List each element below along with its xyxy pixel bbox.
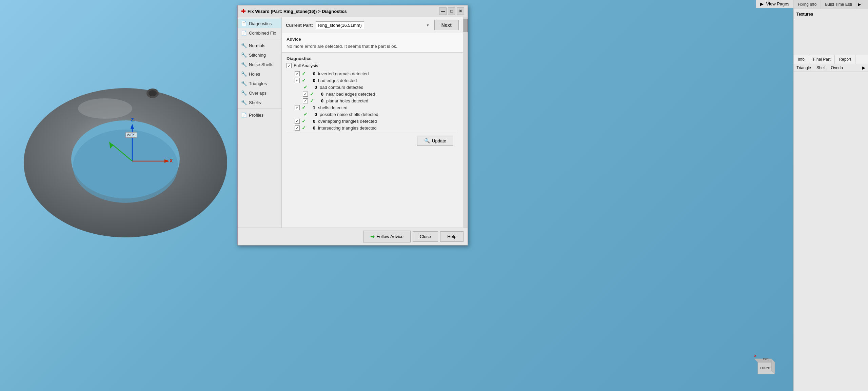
count-bad-contours: 0 (310, 85, 317, 90)
check-planar-holes: ✓ (310, 98, 314, 103)
tab-info[interactable]: Info (794, 55, 809, 64)
update-btn-row: 🔍 Update (287, 132, 458, 149)
scrollbar[interactable] (463, 17, 468, 228)
nav-item-shells[interactable]: 🔧 Shells (238, 98, 281, 107)
full-analysis-checkbox[interactable] (287, 63, 292, 68)
diag-row-noise-shells: ✓ 0 possible noise shells detected (287, 112, 458, 117)
cb-shells[interactable] (295, 105, 300, 110)
nav-divider-1 (238, 39, 281, 39)
diag-row-bad-edges: ✓ 0 bad edges detected (287, 78, 458, 83)
follow-arrow-icon: ➡ (370, 233, 375, 240)
nav-item-diagnostics[interactable]: 📄 Diagnostics (238, 19, 281, 28)
dialog-controls: — □ ✕ (439, 7, 464, 15)
update-button[interactable]: 🔍 Update (417, 136, 453, 146)
nav-item-combined-fix[interactable]: 📄 Combined Fix (238, 28, 281, 38)
minimize-button[interactable]: — (439, 7, 447, 15)
content-panel: Current Part: Ring_stone(16.51mm) Next A… (282, 17, 463, 228)
textures-label: Textures (796, 12, 865, 17)
full-analysis-row: Full Analysis (287, 63, 458, 68)
titlebar-left: ✚ Fix Wizard (Part: Ring_stone(16)) > Di… (241, 8, 347, 15)
diag-row-planar-holes: ✓ 0 planar holes detected (287, 98, 458, 103)
nav-icon-overlaps: 🔧 (241, 90, 247, 96)
check-bad-contours: ✓ (303, 84, 308, 90)
svg-text:✕: ✕ (754, 354, 756, 358)
nav-item-triangles[interactable]: 🔧 Triangles (238, 79, 281, 88)
nav-item-stitching[interactable]: 🔧 Stitching (238, 50, 281, 60)
nav-icon-normals: 🔧 (241, 43, 247, 48)
advice-section: Advice No more errors are detected. It s… (282, 33, 463, 53)
svg-text:Z: Z (131, 117, 134, 122)
col-shell: Shell (816, 65, 826, 70)
nav-cube[interactable]: TOP FRONT ✕ (753, 354, 780, 381)
advice-title: Advice (287, 37, 458, 42)
search-icon: 🔍 (424, 138, 430, 143)
plus-icon: ✚ (241, 8, 245, 15)
count-overlapping: 0 (309, 119, 315, 124)
nav-icon-shells: 🔧 (241, 100, 247, 105)
cb-inverted-normals[interactable] (295, 71, 300, 76)
desc-bad-contours: bad contours detected (320, 85, 363, 90)
nav-icon-holes: 🔧 (241, 71, 247, 77)
check-bad-edges: ✓ (302, 78, 306, 83)
cb-planar-holes[interactable] (303, 98, 308, 103)
close-button[interactable]: ✕ (457, 7, 464, 15)
diag-row-bad-contours: ✓ 0 bad contours detected (287, 84, 458, 90)
diag-row-inverted-normals: ✓ 0 inverted normals detected (287, 71, 458, 76)
nav-icon-noise-shells: 🔧 (241, 62, 247, 67)
count-planar-holes: 0 (317, 98, 323, 103)
nav-icon-stitching: 🔧 (241, 52, 247, 58)
dialog-titlebar: ✚ Fix Wizard (Part: Ring_stone(16)) > Di… (238, 5, 468, 17)
count-bad-edges: 0 (309, 78, 315, 83)
cb-intersecting[interactable] (295, 125, 300, 131)
check-noise-shells: ✓ (303, 112, 308, 117)
svg-text:FRONT: FRONT (760, 366, 771, 370)
table-headers: Triangle Shell Overla ▶ (794, 64, 868, 72)
tab-fixing-info[interactable]: Fixing Info (794, 0, 821, 9)
fix-wizard-dialog: ✚ Fix Wizard (Part: Ring_stone(16)) > Di… (237, 5, 468, 246)
right-panel-expand[interactable]: ▶ (862, 65, 865, 70)
nav-item-normals[interactable]: 🔧 Normals (238, 41, 281, 50)
close-dialog-button[interactable]: Close (413, 231, 438, 242)
check-intersecting: ✓ (302, 125, 306, 131)
ring-3d-view: Z X (10, 27, 241, 265)
nav-item-noise-shells[interactable]: 🔧 Noise Shells (238, 60, 281, 69)
follow-advice-button[interactable]: ➡ Follow Advice (363, 231, 411, 242)
full-analysis-label: Full Analysis (294, 63, 318, 68)
current-part-select[interactable]: Ring_stone(16.51mm) (316, 21, 364, 29)
next-button[interactable]: Next (434, 20, 459, 30)
tab-report[interactable]: Report (835, 55, 855, 64)
view-pages-label: View Pages (766, 1, 789, 6)
tab-final-part[interactable]: Final Part (809, 55, 835, 64)
dialog-title: Fix Wizard (Part: Ring_stone(16)) > Diag… (248, 9, 347, 14)
dialog-body: 📄 Diagnostics 📄 Combined Fix 🔧 Normals 🔧… (238, 17, 468, 228)
svg-text:TOP: TOP (763, 357, 769, 360)
nav-item-profiles[interactable]: 📄 Profiles (238, 110, 281, 120)
restore-button[interactable]: □ (448, 7, 455, 15)
count-inverted-normals: 0 (309, 71, 315, 76)
view-pages-bar[interactable]: ▶ View Pages (756, 0, 793, 8)
tab-build-time[interactable]: Build Time Esti (821, 0, 856, 9)
dialog-footer: ➡ Follow Advice Close Help (238, 228, 468, 245)
check-inverted-normals: ✓ (302, 71, 306, 76)
cb-bad-edges[interactable] (295, 78, 300, 83)
svg-point-5 (149, 90, 157, 96)
advice-text: No more errors are detected. It seems th… (287, 44, 458, 49)
check-shells: ✓ (302, 105, 306, 110)
svg-point-3 (78, 98, 132, 119)
diagnostics-title: Diagnostics (287, 56, 458, 61)
cb-overlapping[interactable] (295, 119, 300, 124)
help-button[interactable]: Help (440, 231, 463, 242)
right-panel-arrow[interactable]: ▶ (856, 0, 862, 9)
nav-panel: 📄 Diagnostics 📄 Combined Fix 🔧 Normals 🔧… (238, 17, 282, 228)
cb-near-bad-edges[interactable] (303, 92, 308, 97)
diag-row-shells: ✓ 1 shells detected (287, 105, 458, 110)
current-part-select-wrapper: Ring_stone(16.51mm) (316, 21, 431, 29)
nav-item-overlaps[interactable]: 🔧 Overlaps (238, 88, 281, 98)
current-part-bar: Current Part: Ring_stone(16.51mm) Next (282, 17, 463, 33)
count-noise-shells: 0 (310, 112, 317, 117)
scrollbar-thumb[interactable] (463, 19, 468, 32)
svg-text:X: X (170, 158, 173, 163)
desc-inverted-normals: inverted normals detected (318, 71, 369, 76)
nav-item-holes[interactable]: 🔧 Holes (238, 69, 281, 79)
desc-shells: shells detected (318, 105, 348, 110)
